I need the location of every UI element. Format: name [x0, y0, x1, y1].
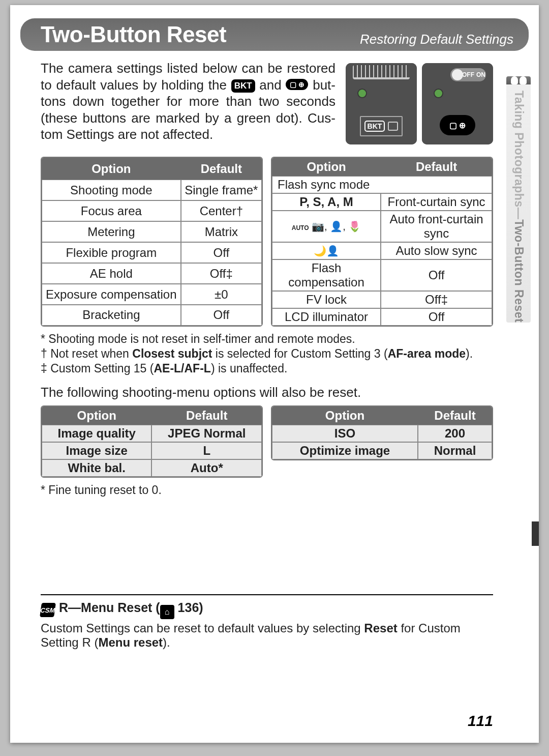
cell-option: Bracketing	[42, 305, 181, 326]
cell-default: Off‡	[381, 291, 492, 308]
page-subtitle: Restoring Default Settings	[360, 32, 513, 47]
macro-icon: 🌷	[348, 221, 361, 232]
cell-default: Normal	[418, 442, 492, 459]
table-row: P, S, A, MFront-curtain sync	[272, 193, 492, 211]
section-text: The following shooting-menu options will…	[41, 385, 493, 400]
cell-option: Flash compensation	[272, 259, 381, 291]
table-row: AUTO 📷, 👤, 🌷 Auto front-curtain sync	[272, 211, 492, 242]
cell-option-icons: AUTO 📷, 👤, 🌷	[272, 211, 381, 242]
edge-marker	[532, 521, 539, 546]
footnote-a: * Fine tuning reset to 0.	[41, 483, 493, 498]
th-default: Default	[151, 406, 262, 425]
cell-default: Off	[181, 305, 262, 326]
cell-default: 200	[418, 425, 492, 442]
side-tab-text: Taking Photographs—Two-Button Reset	[512, 91, 526, 323]
table-row: Focus areaCenter†	[42, 200, 262, 221]
cell-default: Off	[381, 308, 492, 326]
table-shooting-right: Option Default ISO200 Optimize imageNorm…	[271, 405, 493, 460]
content-area: BKT OFF ON ▢ ⊕	[41, 60, 493, 498]
table-shooting-left: Option Default Image qualityJPEG Normal …	[41, 405, 263, 478]
cell-default: Front-curtain sync	[381, 193, 492, 211]
night-portrait-icon: 🌙👤	[314, 245, 339, 256]
side-tab-text-2: Two-Button Reset	[512, 219, 526, 323]
switch-on-label: ON	[476, 71, 485, 78]
cell-default: JPEG Normal	[151, 425, 262, 442]
side-tab: Taking Photographs—Two-Button Reset	[506, 76, 531, 321]
table-row: Flexible programOff	[42, 242, 262, 263]
mode-dial-icon	[353, 65, 410, 79]
menu-reset-body: Custom Settings can be reset to default …	[41, 621, 493, 650]
cell-option: AE hold	[42, 263, 181, 284]
cell-option: Focus area	[42, 200, 181, 221]
footnotes-1: * Shooting mode is not reset in self-tim…	[41, 332, 493, 375]
cell-default: Off‡	[181, 263, 262, 284]
cell-default: ±0	[181, 284, 262, 305]
table-header-row: Option Default	[42, 158, 262, 180]
bkt-label-icon: BKT	[231, 79, 255, 93]
menu-reset-header: CSM R—Menu Reset (⌂ 136)	[41, 600, 493, 619]
table-row: 🌙👤 Auto slow sync	[272, 242, 492, 259]
cell-default: Auto slow sync	[381, 242, 492, 259]
footnotes-2: * Fine tuning reset to 0.	[41, 483, 493, 498]
intro-text-2: and	[259, 77, 286, 93]
cell-option: Exposure compensation	[42, 284, 181, 305]
table-row: FV lockOff‡	[272, 291, 492, 308]
diagram-bkt: BKT	[346, 63, 417, 144]
cell-subhead: Flash sync mode	[272, 176, 492, 193]
th-option: Option	[272, 158, 381, 176]
th-default: Default	[381, 158, 492, 176]
green-dot-icon	[435, 90, 442, 97]
table-row: MeteringMatrix	[42, 221, 262, 242]
table-row: BracketingOff	[42, 305, 262, 326]
green-dot-icon	[358, 90, 366, 97]
header-band: Two-Button Reset Restoring Default Setti…	[20, 18, 529, 51]
scene-icon: 📷,	[312, 221, 327, 232]
switch-off-label: OFF	[462, 71, 474, 78]
button-panel: BKT	[360, 116, 403, 136]
cell-option: Optimize image	[272, 442, 418, 459]
table-row: Optimize imageNormal	[272, 442, 492, 459]
side-tab-body: Taking Photographs—Two-Button Reset	[506, 84, 531, 323]
cell-option: LCD illuminator	[272, 308, 381, 326]
tables-row-2: Option Default Image qualityJPEG Normal …	[41, 405, 493, 478]
auto-camera-icon: AUTO	[292, 224, 309, 231]
cell-default: Center†	[181, 200, 262, 221]
af-button-icon: ▢ ⊕	[440, 115, 475, 135]
table-header-row: Option Default	[272, 158, 492, 176]
footnote-c: ‡ Custom Setting 15 (AE-L/AF-L) is unaff…	[41, 361, 493, 376]
cell-option: White bal.	[42, 459, 151, 477]
side-tab-cap	[506, 76, 531, 84]
cell-default: Matrix	[181, 221, 262, 242]
cell-option: Image size	[42, 442, 151, 459]
th-option: Option	[272, 406, 418, 425]
th-option: Option	[42, 406, 151, 425]
tables-row-1: Option Default Shooting modeSingle frame…	[41, 157, 493, 327]
cell-default: Auto front-curtain sync	[381, 211, 492, 242]
cell-option-icons: 🌙👤	[272, 242, 381, 259]
th-default: Default	[418, 406, 492, 425]
page-number: 111	[468, 712, 493, 730]
cell-option: P, S, A, M	[272, 193, 381, 211]
cell-option: Image quality	[42, 425, 151, 442]
table-settings-right: Option Default Flash sync mode P, S, A, …	[271, 157, 493, 327]
cell-option: Metering	[42, 221, 181, 242]
intro-wrap: BKT OFF ON ▢ ⊕	[41, 60, 493, 152]
table-row: Image qualityJPEG Normal	[42, 425, 262, 442]
drive-button-icon	[388, 122, 398, 131]
table-row: Flash sync mode	[272, 176, 492, 193]
bkt-button-icon: BKT	[364, 121, 385, 132]
af-label-icon: ▢ ⊕	[286, 79, 308, 90]
cell-default: Auto*	[151, 459, 262, 477]
page-ref-icon: ⌂	[160, 605, 174, 619]
af-icon-glyphs: ▢ ⊕	[449, 121, 466, 130]
cell-default: L	[151, 442, 262, 459]
th-option: Option	[42, 158, 181, 180]
table-row: LCD illuminatorOff	[272, 308, 492, 326]
table-row: Image sizeL	[42, 442, 262, 459]
cell-default: Off	[181, 242, 262, 263]
cell-option: ISO	[272, 425, 418, 442]
power-switch-icon: OFF ON	[450, 68, 486, 81]
csm-icon: CSM	[40, 603, 56, 617]
cell-default: Single frame*	[181, 180, 262, 200]
manual-page: Taking Photographs—Two-Button Reset Two-…	[10, 5, 539, 743]
